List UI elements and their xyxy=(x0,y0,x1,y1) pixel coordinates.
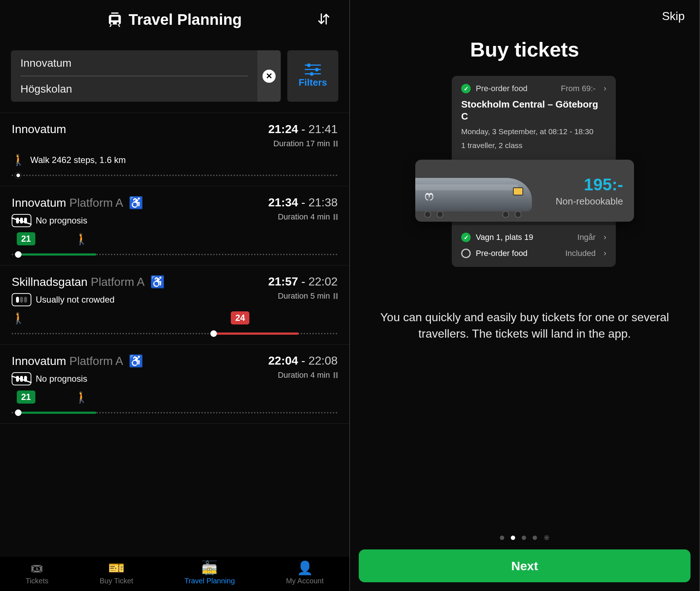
travel-planning-screen: Travel Planning Innovatum Högskolan ✕ Fi… xyxy=(0,0,350,591)
trip-times: 21:34 - 21:38 xyxy=(268,196,338,209)
trip-mode-row: 21🚶 xyxy=(12,232,338,245)
walk-icon: 🚶 xyxy=(12,153,25,166)
nav-my-account[interactable]: 👤My Account xyxy=(286,561,323,585)
crowd-info: No prognosis xyxy=(12,372,143,385)
trip-results[interactable]: Innovatum21:24 - 21:41Duration 17 min🚶Wa… xyxy=(0,113,349,556)
clear-column: ✕ xyxy=(257,50,281,102)
train-illustration: ෆ xyxy=(415,160,539,222)
page-dot[interactable] xyxy=(511,536,515,540)
trip-item[interactable]: Skillnadsgatan Platform A ♿Usually not c… xyxy=(0,265,349,345)
crowd-info: Usually not crowded xyxy=(12,293,165,306)
page-dot[interactable] xyxy=(533,536,537,540)
buy-tickets-screen: Skip Buy tickets ✓ Pre-order food From 6… xyxy=(350,0,700,591)
nav-label: Tickets xyxy=(26,577,48,585)
trip-location: Innovatum Platform A ♿ xyxy=(12,354,143,368)
date-line: Monday, 3 September, at 08:12 - 18:30 xyxy=(461,127,606,136)
line-badge: 21 xyxy=(17,390,35,404)
onboarding-description: You can quickly and easily buy tickets f… xyxy=(350,302,699,342)
to-input[interactable]: Högskolan xyxy=(20,83,248,95)
onboarding-header: Skip xyxy=(350,0,699,23)
from-input[interactable]: Innovatum xyxy=(20,57,248,69)
trip-mode-row: 🚶24 xyxy=(12,311,338,324)
page-dot[interactable] xyxy=(500,536,504,540)
wheelchair-icon: ♿ xyxy=(150,275,165,288)
crowd-info: No prognosis xyxy=(12,214,143,227)
trip-location: Innovatum xyxy=(12,123,66,136)
wheelchair-icon: ♿ xyxy=(129,196,143,209)
trip-duration: Duration 4 min xyxy=(268,212,338,222)
nav-icon: 🚋 xyxy=(201,561,218,575)
preorder2-label: Pre-order food xyxy=(476,249,528,258)
trip-location: Innovatum Platform A ♿ xyxy=(12,196,143,210)
line-badge: 21 xyxy=(17,232,35,245)
progress-dot-icon xyxy=(15,251,22,258)
sj-logo-icon: ෆ xyxy=(425,188,432,203)
next-button[interactable]: Next xyxy=(359,549,691,582)
seat-row[interactable]: ✓ Vagn 1, plats 19 Ingår › xyxy=(461,233,606,242)
pause-icon xyxy=(334,141,338,147)
trip-progress xyxy=(12,332,338,335)
trip-times: 21:57 - 22:02 xyxy=(268,275,338,288)
ticket-illustration: ✓ Pre-order food From 69:- › Stockholm C… xyxy=(430,76,619,302)
nav-tickets[interactable]: 🎟Tickets xyxy=(26,561,48,585)
trip-item[interactable]: Innovatum Platform A ♿No prognosis22:04 … xyxy=(0,345,349,424)
trip-progress xyxy=(12,253,338,256)
nav-icon: 👤 xyxy=(297,561,313,575)
crowd-text: No prognosis xyxy=(36,374,87,384)
clear-search-button[interactable]: ✕ xyxy=(262,70,276,83)
nav-icon: 🎫 xyxy=(108,561,125,575)
nav-travel-planning[interactable]: 🚋Travel Planning xyxy=(184,561,235,585)
skip-button[interactable]: Skip xyxy=(662,9,685,23)
line-badge: 24 xyxy=(231,311,249,324)
walk-icon: 🚶 xyxy=(12,312,25,324)
preorder-row[interactable]: ✓ Pre-order food From 69:- › xyxy=(461,84,606,93)
sliders-icon xyxy=(305,64,321,75)
nav-label: Travel Planning xyxy=(184,577,235,585)
chevron-right-icon: › xyxy=(604,84,606,93)
seat-label: Vagn 1, plats 19 xyxy=(476,233,533,242)
page-dot[interactable] xyxy=(522,536,526,540)
crowd-text: Usually not crowded xyxy=(36,295,114,305)
seat-suffix: Ingår xyxy=(578,233,596,242)
progress-dot-icon xyxy=(210,330,217,337)
trip-mode-row: 21🚶 xyxy=(12,390,338,404)
nav-label: My Account xyxy=(286,577,323,585)
nav-label: Buy Ticket xyxy=(100,577,133,585)
tram-icon xyxy=(108,11,122,28)
trip-progress xyxy=(12,174,338,177)
trip-mode-row: 🚶Walk 2462 steps, 1.6 km xyxy=(12,153,338,166)
route-text: Stockholm Central – Göteborg C xyxy=(461,98,606,122)
page-title-text: Travel Planning xyxy=(129,11,242,28)
price-value: 195:- xyxy=(547,175,623,194)
nav-icon: 🎟 xyxy=(30,561,43,575)
wheelchair-icon: ♿ xyxy=(129,354,143,368)
trip-duration: Duration 5 min xyxy=(268,291,338,301)
pause-icon xyxy=(334,372,338,378)
trip-duration: Duration 4 min xyxy=(268,370,338,380)
progress-dot-icon xyxy=(15,409,22,416)
nav-buy-ticket[interactable]: 🎫Buy Ticket xyxy=(100,561,133,585)
bottom-nav: 🎟Tickets🎫Buy Ticket🚋Travel Planning👤My A… xyxy=(0,556,349,591)
filters-label: Filters xyxy=(299,77,327,88)
trip-duration: Duration 17 min xyxy=(268,139,338,148)
onboarding-title: Buy tickets xyxy=(350,23,699,76)
walk-icon: 🚶 xyxy=(75,391,88,404)
preorder2-row[interactable]: Pre-order food Included › xyxy=(461,249,606,258)
crowd-text: No prognosis xyxy=(36,215,87,226)
trip-item[interactable]: Innovatum21:24 - 21:41Duration 17 min🚶Wa… xyxy=(0,113,349,186)
search-row: Innovatum Högskolan ✕ Filters xyxy=(0,36,349,113)
preorder-label: Pre-order food xyxy=(476,84,528,93)
traveller-line: 1 traveller, 2 class xyxy=(461,141,606,150)
ticket-card-bottom: ✓ Vagn 1, plats 19 Ingår › Pre-order foo… xyxy=(452,225,616,267)
crowd-icon xyxy=(12,293,31,306)
trip-item[interactable]: Innovatum Platform A ♿No prognosis21:34 … xyxy=(0,186,349,265)
preorder2-suffix: Included xyxy=(565,249,595,258)
trip-location: Skillnadsgatan Platform A ♿ xyxy=(12,275,165,289)
page-title: Travel Planning xyxy=(108,11,242,28)
page-indicator: ❋ xyxy=(350,517,699,549)
price-note: Non-rebookable xyxy=(547,196,623,207)
filters-button[interactable]: Filters xyxy=(287,50,338,102)
check-icon: ✓ xyxy=(461,233,471,242)
swap-direction-button[interactable] xyxy=(316,12,331,26)
trip-times: 21:24 - 21:41 xyxy=(268,123,338,136)
